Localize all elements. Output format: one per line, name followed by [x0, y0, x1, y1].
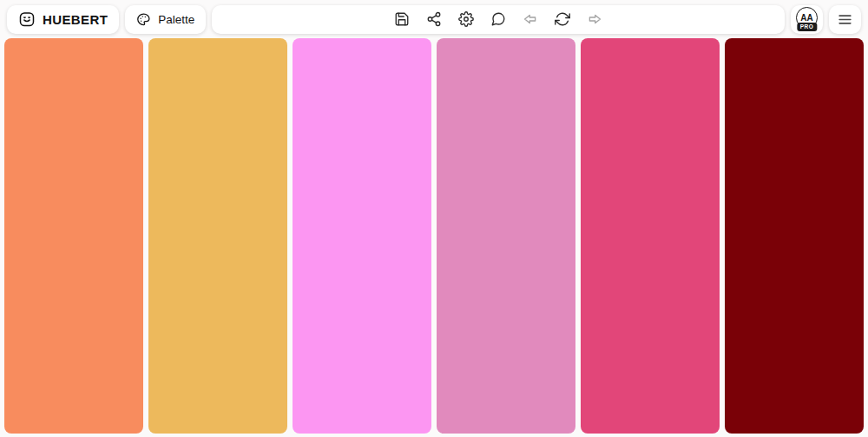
- share-button[interactable]: [426, 11, 442, 27]
- color-swatch-3[interactable]: [293, 38, 431, 434]
- color-swatch-2[interactable]: [148, 38, 287, 434]
- refresh-icon: [555, 11, 570, 27]
- palette-button[interactable]: Palette: [125, 5, 206, 34]
- save-icon: [394, 11, 410, 27]
- share-icon: [426, 11, 442, 27]
- arrow-left-icon: [523, 11, 538, 27]
- pro-badge: PRO: [797, 23, 817, 31]
- huebert-logo-button[interactable]: HUEBERT: [7, 5, 119, 34]
- color-swatch-5[interactable]: [581, 38, 720, 434]
- palette-button-label: Palette: [158, 13, 194, 26]
- undo-button[interactable]: [523, 11, 538, 27]
- settings-button[interactable]: [458, 11, 474, 27]
- color-swatch-6[interactable]: [725, 38, 864, 434]
- hamburger-icon: [837, 11, 853, 28]
- regenerate-button[interactable]: [555, 11, 570, 27]
- menu-button[interactable]: [829, 5, 861, 34]
- actions-toolbar: [212, 5, 785, 34]
- gear-icon: [458, 11, 474, 27]
- palette-swatches: [0, 35, 868, 434]
- feedback-button[interactable]: [490, 11, 506, 27]
- logo-label: HUEBERT: [43, 12, 108, 27]
- chat-bubble-icon: [490, 11, 506, 27]
- palette-icon: [136, 12, 151, 27]
- arrow-right-icon: [587, 11, 602, 27]
- redo-button[interactable]: [587, 11, 602, 27]
- save-button[interactable]: [394, 11, 410, 27]
- contrast-checker-pro-button[interactable]: AA PRO: [791, 5, 823, 34]
- color-swatch-1[interactable]: [4, 38, 143, 434]
- top-toolbar: HUEBERT Palette: [0, 0, 868, 35]
- smiley-face-icon: [18, 10, 36, 28]
- color-swatch-4[interactable]: [437, 38, 575, 434]
